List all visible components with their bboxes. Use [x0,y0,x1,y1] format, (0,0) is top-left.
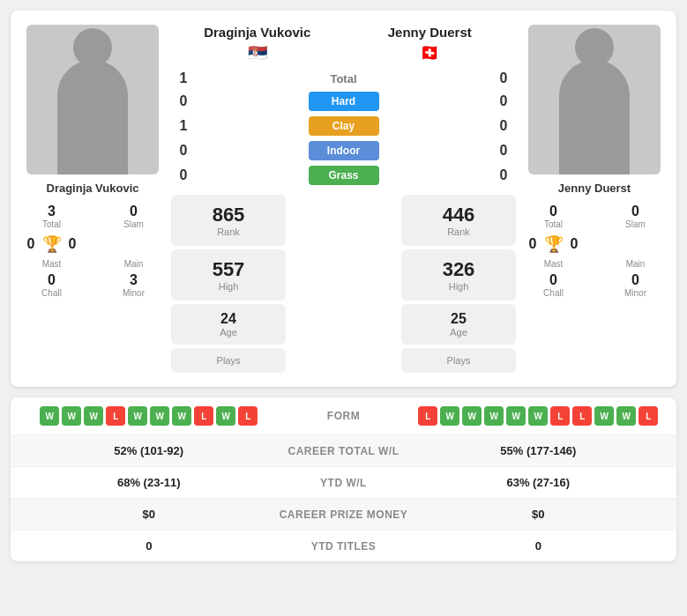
right-player-name: Jenny Duerst [558,182,631,195]
prize-label: Career Prize Money [273,508,414,521]
ytd-wl-label: YTD W/L [273,477,414,489]
form-badge-w: W [128,406,147,426]
rank-boxes: 865 Rank 446 Rank [171,195,516,246]
left-name-header: Draginja Vukovic 🇷🇸 [171,25,344,63]
form-badge-w: W [462,406,482,426]
left-career-wl: 52% (101-92) [25,444,273,457]
right-trophy-icon: 🏆 [544,234,564,254]
left-flag: 🇷🇸 [171,43,344,63]
right-stat-total: 0 Total [519,204,587,229]
form-badge-w: W [62,406,81,426]
right-career-wl: 55% (177-146) [414,444,663,457]
titles-label: YTD Titles [273,540,414,553]
indoor-btn[interactable]: Indoor [309,141,379,160]
form-badge-l: L [550,406,570,426]
form-badge-l: L [106,406,125,426]
age-boxes: 24 Age 25 Age [171,304,516,345]
left-stat-mast-label: Mast [18,259,86,269]
form-badge-w: W [616,406,636,426]
right-player-photo [528,25,661,174]
right-name-header: Jenny Duerst 🇨🇭 [344,25,517,63]
left-player-stats: 3 Total 0 Slam 0 🏆 0 Mast Main [18,204,168,298]
right-stat-minor: 0 Minor [601,272,669,298]
score-row-clay: 1 Clay 0 [171,116,516,136]
left-ytd-wl: 68% (23-11) [25,476,273,489]
header-names-row: Draginja Vukovic 🇷🇸 Jenny Duerst 🇨🇭 [171,25,516,63]
left-rank-box: 865 Rank [171,195,286,246]
career-wl-row: 52% (101-92) Career Total W/L 55% (177-1… [11,435,676,467]
left-titles: 0 [25,539,273,553]
right-stat-mast-label: Mast [519,259,587,269]
score-row-grass: 0 Grass 0 [171,166,516,185]
left-plays-box: Plays [171,348,286,373]
left-trophy-icon: 🏆 [42,234,62,254]
middle-col: Draginja Vukovic 🇷🇸 Jenny Duerst 🇨🇭 1 To… [168,25,519,373]
left-player-photo [26,25,159,174]
right-player-stats: 0 Total 0 Slam 0 🏆 0 Mast Main [519,204,669,298]
form-badge-w: W [484,406,504,426]
right-ytd-wl: 63% (27-16) [414,476,663,489]
prize-row: $0 Career Prize Money $0 [11,499,676,531]
score-row-indoor: 0 Indoor 0 [171,141,516,160]
right-titles: 0 [414,539,663,553]
titles-row: 0 YTD Titles 0 [11,531,676,561]
left-stat-main-label: Main [100,259,168,269]
left-form-badges: WWWLWWWLWL [25,406,273,426]
form-label: Form [273,410,414,422]
ytd-wl-row: 68% (23-11) YTD W/L 63% (27-16) [11,467,676,499]
right-stat-main-label: Main [601,259,669,269]
right-trophy-row: 0 🏆 0 [519,234,587,254]
hard-btn[interactable]: Hard [309,92,379,111]
plays-boxes: Plays Plays [171,348,516,373]
form-stats-section: WWWLWWWLWL Form LWWWWWLLWWL 52% (101-92)… [11,397,676,561]
form-badge-l: L [418,406,437,426]
form-row: WWWLWWWLWL Form LWWWWWLLWWL [11,397,676,435]
form-badge-w: W [440,406,459,426]
form-badge-w: W [84,406,103,426]
form-badge-l: L [638,406,658,426]
right-player-silhouette [559,60,630,174]
right-age-box: 25 Age [401,304,516,345]
left-age-box: 24 Age [171,304,286,345]
form-badge-w: W [216,406,235,426]
left-player-col: Draginja Vukovic 3 Total 0 Slam 0 🏆 0 Ma [18,25,168,298]
right-flag: 🇨🇭 [344,43,517,63]
left-stat-minor: 3 Minor [100,272,168,298]
left-player-name: Draginja Vukovic [47,182,139,195]
right-rank-box: 446 Rank [401,195,516,246]
form-badge-w: W [150,406,169,426]
comparison-card: Draginja Vukovic 3 Total 0 Slam 0 🏆 0 Ma [11,11,676,387]
left-prize: $0 [25,508,273,521]
form-badge-w: W [172,406,191,426]
right-player-col: Jenny Duerst 0 Total 0 Slam 0 🏆 0 Mast [519,25,669,298]
left-player-silhouette [57,60,128,174]
form-badge-w: W [528,406,548,426]
left-stat-chall: 0 Chall [18,272,86,298]
right-stat-slam: 0 Slam [601,204,669,229]
form-badge-l: L [572,406,592,426]
left-stat-total: 3 Total [18,204,86,229]
grass-btn[interactable]: Grass [309,166,379,185]
right-high-box: 326 High [401,249,516,301]
top-section: Draginja Vukovic 3 Total 0 Slam 0 🏆 0 Ma [18,25,669,373]
right-plays-box: Plays [401,348,516,373]
right-stat-chall: 0 Chall [519,272,587,298]
high-boxes: 557 High 326 High [171,249,516,301]
right-prize: $0 [414,508,663,521]
form-badge-w: W [40,406,59,426]
form-badge-l: L [194,406,213,426]
left-stat-slam: 0 Slam [100,204,168,229]
score-row-total: 1 Total 0 [171,71,516,86]
clay-btn[interactable]: Clay [309,116,379,136]
left-high-box: 557 High [171,249,286,301]
right-form-badges: LWWWWWLLWWL [414,406,663,426]
form-badge-w: W [594,406,614,426]
form-badge-w: W [506,406,526,426]
left-trophy-row: 0 🏆 0 [18,234,86,254]
career-wl-label: Career Total W/L [273,445,414,457]
form-badge-l: L [238,406,258,426]
score-row-hard: 0 Hard 0 [171,92,516,111]
